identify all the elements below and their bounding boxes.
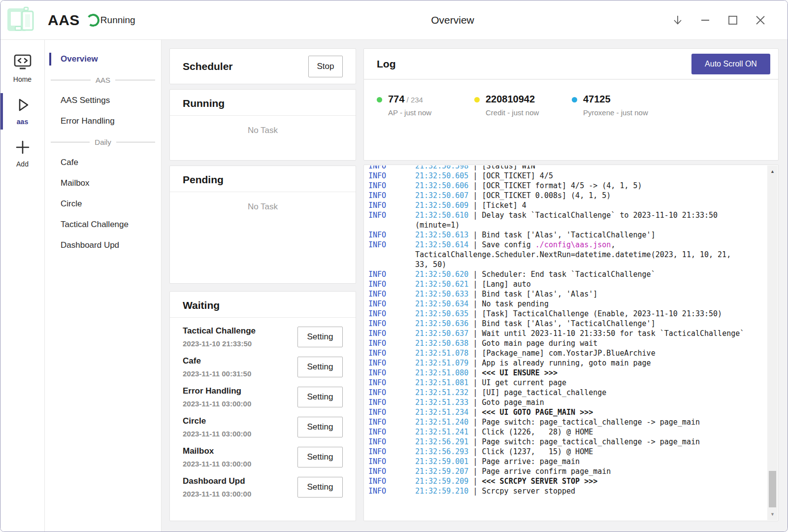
log-level: INFO xyxy=(368,437,415,447)
waiting-task-row: Mailbox2023-11-11 03:00:00Setting xyxy=(183,442,343,472)
log-line: INFO21:32:50.634 | No task pending xyxy=(368,299,767,309)
log-separator: | xyxy=(468,171,482,180)
log-level: INFO xyxy=(368,171,415,181)
task-next-run-time: 2023-11-10 21:33:50 xyxy=(183,339,256,348)
divider-line xyxy=(51,80,91,80)
nav-section-divider: AAS xyxy=(45,69,161,90)
rail-item-aas[interactable]: aas xyxy=(0,94,44,130)
scrollbar-up-icon[interactable]: ▲ xyxy=(767,166,778,176)
app-window: AAS Running Overview xyxy=(0,0,788,532)
log-level: INFO xyxy=(368,398,415,407)
auto-scroll-button[interactable]: Auto Scroll ON xyxy=(691,54,770,74)
stop-button[interactable]: Stop xyxy=(308,56,343,77)
log-scrollbar[interactable]: ▲ ▼ xyxy=(767,166,778,520)
window-controls xyxy=(670,13,768,28)
log-timestamp: 21:32:51.080 xyxy=(415,368,468,377)
log-line: INFO21:32:51.080 | <<< UI ENSURE >>> xyxy=(368,368,767,378)
log-line: INFO21:32:50.637 | Wait until 2023-11-10… xyxy=(368,329,767,338)
pending-card: Pending No Task xyxy=(169,166,356,284)
pending-empty-text: No Task xyxy=(170,202,356,212)
log-timestamp: 21:32:51.078 xyxy=(415,349,468,358)
scheduler-card: Scheduler Stop xyxy=(169,48,356,84)
log-timestamp: 21:32:50.614 xyxy=(415,240,468,249)
log-message-segment: Page arrive confirm page_main xyxy=(482,467,611,476)
log-level: INFO xyxy=(368,368,415,378)
task-setting-button[interactable]: Setting xyxy=(297,417,343,437)
log-timestamp: 21:32:59.210 xyxy=(415,487,468,496)
log-separator: | xyxy=(468,388,482,397)
sidebar-item-circle[interactable]: Circle xyxy=(45,194,161,214)
log-line: INFO21:32:51.234 | <<< UI GOTO PAGE_MAIN… xyxy=(368,407,767,417)
log-timestamp: 21:32:50.605 xyxy=(415,171,468,180)
sidebar-item-overview[interactable]: Overview xyxy=(45,49,161,69)
log-message-segment: Scheduler: End task `TacticalChallenge` xyxy=(482,270,655,279)
task-setting-button[interactable]: Setting xyxy=(297,357,343,377)
sidebar-item-dashboard-upd[interactable]: Dashboard Upd xyxy=(45,235,161,256)
log-scroll-area[interactable]: INFO21:32:50.598 | [Status] WININFO21:32… xyxy=(364,166,767,520)
log-message-segment: Bind task ['Alas', 'TacticalChallenge'] xyxy=(482,319,655,328)
log-message-segment: [Ticket] 4 xyxy=(482,201,526,210)
log-level: INFO xyxy=(368,191,415,200)
waiting-task-row: Tactical Challenge2023-11-10 21:33:50Set… xyxy=(183,322,343,352)
log-separator: | xyxy=(468,201,482,210)
icon-rail: HomeaasAdd xyxy=(0,40,45,532)
resource-stat: 47125Pyroxene - just now xyxy=(572,94,669,117)
log-level: INFO xyxy=(368,457,415,466)
log-line: INFO21:32:51.232 | [UI] page_tactical_ch… xyxy=(368,388,767,398)
close-button[interactable] xyxy=(753,13,768,28)
sidebar-item-cafe[interactable]: Cafe xyxy=(45,152,161,173)
stat-label: Pyroxene - just now xyxy=(583,108,648,117)
log-separator: | xyxy=(468,339,482,348)
scrollbar-thumb[interactable] xyxy=(769,471,776,507)
task-setting-button[interactable]: Setting xyxy=(297,477,343,498)
stat-value: 220810942 xyxy=(486,94,535,104)
log-line: INFO21:32:50.633 | Bind task ['Alas', 'A… xyxy=(368,289,767,299)
log-line: INFO21:32:59.207 | Page arrive confirm p… xyxy=(368,466,767,476)
rail-item-home[interactable]: Home xyxy=(0,52,44,87)
app-logo-icon xyxy=(5,4,37,36)
close-icon xyxy=(754,14,767,27)
task-name: Circle xyxy=(183,416,251,426)
stat-dot-icon xyxy=(377,97,382,102)
rail-item-add[interactable]: Add xyxy=(0,136,44,172)
log-level: INFO xyxy=(368,319,415,329)
stat-label: Credit - just now xyxy=(486,108,539,117)
sidebar-item-error-handling[interactable]: Error Handling xyxy=(45,111,161,132)
log-line: INFO21:32:59.209 | <<< SCRCPY SERVER STO… xyxy=(368,476,767,486)
log-timestamp: 21:32:50.633 xyxy=(415,290,468,299)
task-name: Dashboard Upd xyxy=(183,476,251,486)
log-line: INFO21:32:56.291 | Page switch: page_tac… xyxy=(368,437,767,447)
scrollbar-down-icon[interactable]: ▼ xyxy=(767,509,778,519)
task-name: Cafe xyxy=(183,356,251,366)
log-column: Log Auto Scroll ON 774 / 234AP - just no… xyxy=(363,48,779,521)
log-message-segment: <<< SCRCPY SERVER STOP >>> xyxy=(482,477,597,486)
task-info: Error Handling2023-11-11 03:00:00 xyxy=(183,386,251,408)
log-message-segment: <<< UI GOTO PAGE_MAIN >>> xyxy=(482,408,593,417)
log-separator: | xyxy=(468,309,482,318)
log-separator: | xyxy=(468,231,482,239)
sidebar-item-aas-settings[interactable]: AAS Settings xyxy=(45,90,161,111)
task-setting-button[interactable]: Setting xyxy=(297,447,343,467)
log-level: INFO xyxy=(368,230,415,240)
waiting-task-row: Dashboard Upd2023-11-11 03:00:00Setting xyxy=(183,472,343,502)
log-message-segment: Page switch: page_tactical_challenge -> … xyxy=(482,437,700,446)
task-info: Circle2023-11-11 03:00:00 xyxy=(183,416,251,438)
maximize-button[interactable] xyxy=(725,13,740,28)
minimize-button[interactable] xyxy=(698,13,713,28)
page-title: Overview xyxy=(431,14,474,26)
rail-item-label: Home xyxy=(0,75,44,83)
log-message-segment: Scrcpy server stopped xyxy=(482,487,575,496)
task-next-run-time: 2023-11-11 03:00:00 xyxy=(183,490,251,498)
scheduler-title: Scheduler xyxy=(183,61,233,72)
task-setting-button[interactable]: Setting xyxy=(297,387,343,407)
log-line: INFO21:32:50.635 | [Task] TacticalChalle… xyxy=(368,309,767,319)
log-line: INFO21:32:51.078 | [Package_name] com.Yo… xyxy=(368,348,767,358)
sidebar-item-tactical-challenge[interactable]: Tactical Challenge xyxy=(45,214,161,235)
log-separator: | xyxy=(468,398,482,407)
stat-value-line: 220810942 xyxy=(486,94,539,105)
hide-to-tray-button[interactable] xyxy=(670,13,685,28)
task-setting-button[interactable]: Setting xyxy=(297,327,343,347)
sidebar-item-mailbox[interactable]: Mailbox xyxy=(45,173,161,194)
log-message-segment: Goto page_main xyxy=(482,398,544,407)
secondary-nav: OverviewAASAAS SettingsError HandlingDai… xyxy=(45,40,162,532)
